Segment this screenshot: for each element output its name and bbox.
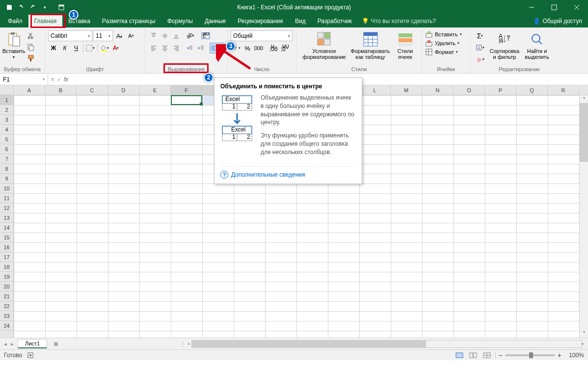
share-button[interactable]: 👤 Общий доступ: [527, 15, 588, 27]
number-format-combo[interactable]: Общий▾: [231, 30, 293, 41]
fill-color-icon[interactable]: ▾: [99, 43, 110, 53]
bold-button[interactable]: Ж: [48, 43, 59, 53]
normal-view-icon[interactable]: [454, 351, 465, 360]
cancel-formula-icon[interactable]: ✕: [50, 76, 55, 83]
sheet-nav-prev-icon[interactable]: ◂: [4, 341, 7, 347]
borders-icon[interactable]: ▾: [85, 43, 96, 53]
row-header[interactable]: 3: [0, 115, 13, 125]
row-header[interactable]: 22: [0, 301, 13, 311]
format-as-table-button[interactable]: Форматировать как таблицу: [349, 30, 392, 61]
row-header[interactable]: 17: [0, 252, 13, 262]
zoom-out-button[interactable]: −: [499, 351, 503, 359]
column-header[interactable]: C: [77, 85, 108, 95]
fill-handle[interactable]: [200, 103, 203, 105]
tab-home[interactable]: Главная: [28, 15, 63, 27]
maximize-button[interactable]: [543, 0, 565, 15]
tab-file[interactable]: Файл: [2, 15, 28, 27]
select-all-corner[interactable]: [0, 85, 14, 95]
row-header[interactable]: 10: [0, 184, 13, 193]
column-header[interactable]: N: [422, 85, 454, 95]
insert-cells-button[interactable]: Вставить▾: [425, 30, 462, 38]
sort-filter-button[interactable]: АЯ Сортировка и фильтр: [488, 30, 521, 61]
row-header[interactable]: 4: [0, 125, 13, 134]
row-header[interactable]: 15: [0, 233, 13, 242]
copy-icon[interactable]: [26, 42, 36, 53]
row-header[interactable]: 20: [0, 282, 13, 291]
tell-me-search[interactable]: 💡 Что вы хотите сделать?: [362, 15, 436, 27]
clear-icon[interactable]: ▾: [473, 54, 487, 65]
merge-center-button[interactable]: ▾: [210, 43, 224, 53]
align-left-icon[interactable]: [148, 43, 159, 53]
close-button[interactable]: [565, 0, 588, 15]
undo-icon[interactable]: [16, 2, 27, 13]
fill-icon[interactable]: ▾: [473, 42, 487, 53]
row-header[interactable]: 13: [0, 213, 13, 223]
row-header[interactable]: 21: [0, 291, 13, 301]
row-header[interactable]: 16: [0, 242, 13, 252]
row-header[interactable]: 12: [0, 203, 13, 213]
zoom-in-button[interactable]: +: [558, 351, 561, 359]
column-header[interactable]: O: [454, 85, 485, 95]
vertical-scrollbar[interactable]: ▴ ▾: [579, 95, 588, 338]
zoom-slider[interactable]: [506, 354, 555, 356]
column-header[interactable]: Q: [516, 85, 548, 95]
align-top-icon[interactable]: [148, 30, 159, 41]
column-header[interactable]: D: [108, 85, 139, 95]
column-header[interactable]: L: [359, 85, 391, 95]
italic-button[interactable]: К: [59, 43, 70, 53]
column-header[interactable]: A: [14, 85, 45, 95]
row-header[interactable]: 11: [0, 193, 13, 203]
column-header[interactable]: P: [485, 85, 516, 95]
row-header[interactable]: 23: [0, 311, 13, 321]
page-break-view-icon[interactable]: [481, 351, 492, 360]
increase-font-icon[interactable]: A▴: [114, 30, 125, 41]
font-color-icon[interactable]: A▾: [110, 43, 121, 53]
qat-customize-icon[interactable]: ▾: [39, 2, 50, 13]
enter-formula-icon[interactable]: ✓: [57, 76, 62, 83]
decrease-decimal-icon[interactable]: ,00,0: [279, 43, 290, 53]
row-header[interactable]: 24: [0, 321, 13, 331]
tab-review[interactable]: Рецензирование: [232, 15, 289, 27]
paste-button[interactable]: Вставить ▾: [3, 30, 25, 60]
save-icon[interactable]: [4, 2, 15, 13]
add-sheet-button[interactable]: ⊕: [51, 339, 61, 349]
row-header[interactable]: 14: [0, 223, 13, 233]
font-name-combo[interactable]: Calibri▾: [48, 30, 92, 41]
underline-button[interactable]: Ч: [71, 43, 81, 53]
tab-data[interactable]: Данные: [199, 15, 232, 27]
decrease-font-icon[interactable]: A▾: [126, 30, 136, 41]
align-center-icon[interactable]: [160, 43, 170, 53]
row-header[interactable]: 1: [0, 95, 13, 105]
minimize-button[interactable]: [520, 0, 543, 15]
cell-styles-button[interactable]: Стили ячеек: [393, 30, 418, 61]
delete-cells-button[interactable]: Удалить▾: [425, 39, 462, 47]
row-header[interactable]: 6: [0, 144, 13, 154]
row-header[interactable]: 2: [0, 105, 13, 115]
tab-page-layout[interactable]: Разметка страницы: [96, 15, 161, 27]
align-right-icon[interactable]: [171, 43, 182, 53]
macro-record-icon[interactable]: [27, 352, 34, 359]
wrap-text-icon[interactable]: abc: [198, 30, 213, 41]
sheet-nav-next-icon[interactable]: ▸: [11, 341, 14, 347]
column-header[interactable]: R: [548, 85, 579, 95]
percent-icon[interactable]: %: [242, 43, 253, 53]
align-middle-icon[interactable]: [160, 30, 170, 41]
orientation-icon[interactable]: ab▾: [185, 30, 195, 41]
decrease-indent-icon[interactable]: [185, 43, 195, 53]
tab-view[interactable]: Вид: [289, 15, 312, 27]
align-bottom-icon[interactable]: [171, 30, 182, 41]
row-header[interactable]: 5: [0, 134, 13, 144]
cut-icon[interactable]: [26, 30, 36, 41]
column-header[interactable]: M: [391, 85, 422, 95]
zoom-level[interactable]: 100%: [564, 352, 584, 359]
tab-insert[interactable]: Вставка: [62, 15, 96, 27]
tab-formulas[interactable]: Формулы: [161, 15, 199, 27]
tab-developer[interactable]: Разработчик: [312, 15, 358, 27]
sheet-tab[interactable]: Лист1: [18, 339, 47, 348]
conditional-formatting-button[interactable]: Условное форматирование: [301, 30, 348, 61]
find-select-button[interactable]: Найти и выделить: [522, 30, 552, 61]
redo-icon[interactable]: [27, 2, 38, 13]
column-header[interactable]: E: [139, 85, 171, 95]
horizontal-scrollbar[interactable]: ◂ ▸: [187, 340, 584, 348]
column-header[interactable]: F: [171, 85, 202, 95]
